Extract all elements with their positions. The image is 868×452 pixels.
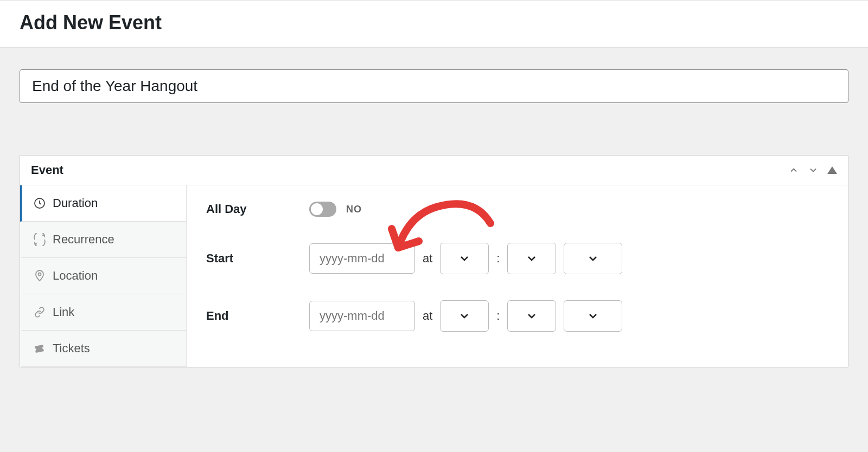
- clock-icon: [33, 197, 46, 210]
- all-day-label: All Day: [206, 202, 309, 216]
- all-day-row: All Day NO: [206, 202, 828, 217]
- page-header: Add New Event: [0, 0, 868, 48]
- move-up-icon[interactable]: [788, 165, 799, 176]
- start-date-input[interactable]: [309, 243, 415, 274]
- tab-label: Location: [53, 269, 98, 283]
- repeat-icon: [33, 233, 46, 246]
- start-hour-select[interactable]: [440, 243, 489, 274]
- end-label: End: [206, 309, 309, 323]
- end-ampm-select[interactable]: [564, 300, 622, 332]
- form-pane: All Day NO Start at :: [187, 185, 848, 367]
- panel-header: Event: [20, 156, 848, 185]
- end-minute-select[interactable]: [507, 300, 556, 332]
- start-minute-select[interactable]: [507, 243, 556, 274]
- end-at-text: at: [423, 309, 432, 323]
- content-area: Event Duration Recurrence Location: [0, 48, 868, 367]
- tab-tickets[interactable]: Tickets: [20, 331, 186, 367]
- tab-label: Link: [53, 305, 74, 319]
- all-day-toggle[interactable]: [309, 202, 336, 217]
- tab-duration[interactable]: Duration: [20, 185, 186, 222]
- chevron-down-icon: [525, 252, 538, 265]
- start-colon: :: [496, 251, 500, 266]
- end-controls: at :: [309, 300, 622, 332]
- tab-label: Tickets: [53, 341, 90, 356]
- tab-link[interactable]: Link: [20, 294, 186, 331]
- all-day-value: NO: [346, 204, 362, 215]
- panel-body: Duration Recurrence Location Link Ticket…: [20, 185, 848, 367]
- chevron-down-icon: [525, 309, 538, 322]
- start-controls: at :: [309, 243, 622, 274]
- start-label: Start: [206, 251, 309, 266]
- panel-controls: [788, 165, 837, 176]
- chevron-down-icon: [586, 252, 599, 265]
- page-title: Add New Event: [20, 11, 848, 34]
- start-row: Start at :: [206, 243, 828, 274]
- collapse-toggle-icon[interactable]: [827, 166, 837, 174]
- tab-list: Duration Recurrence Location Link Ticket…: [20, 185, 187, 367]
- tab-recurrence[interactable]: Recurrence: [20, 222, 186, 258]
- location-pin-icon: [33, 269, 46, 282]
- tab-label: Duration: [53, 196, 98, 210]
- move-down-icon[interactable]: [808, 165, 819, 176]
- event-panel: Event Duration Recurrence Location: [20, 155, 848, 367]
- chevron-down-icon: [458, 309, 471, 322]
- event-title-input[interactable]: [20, 69, 848, 103]
- tickets-icon: [33, 342, 46, 355]
- tab-location[interactable]: Location: [20, 258, 186, 294]
- all-day-toggle-wrap: NO: [309, 202, 362, 217]
- end-date-input[interactable]: [309, 301, 415, 331]
- end-colon: :: [496, 309, 500, 323]
- svg-point-1: [39, 273, 41, 276]
- end-hour-select[interactable]: [440, 300, 489, 332]
- panel-title: Event: [31, 163, 63, 177]
- chevron-down-icon: [458, 252, 471, 265]
- end-row: End at :: [206, 300, 828, 332]
- tab-label: Recurrence: [53, 233, 114, 247]
- link-icon: [33, 306, 46, 319]
- chevron-down-icon: [586, 309, 599, 322]
- start-ampm-select[interactable]: [564, 243, 622, 274]
- start-at-text: at: [423, 251, 432, 266]
